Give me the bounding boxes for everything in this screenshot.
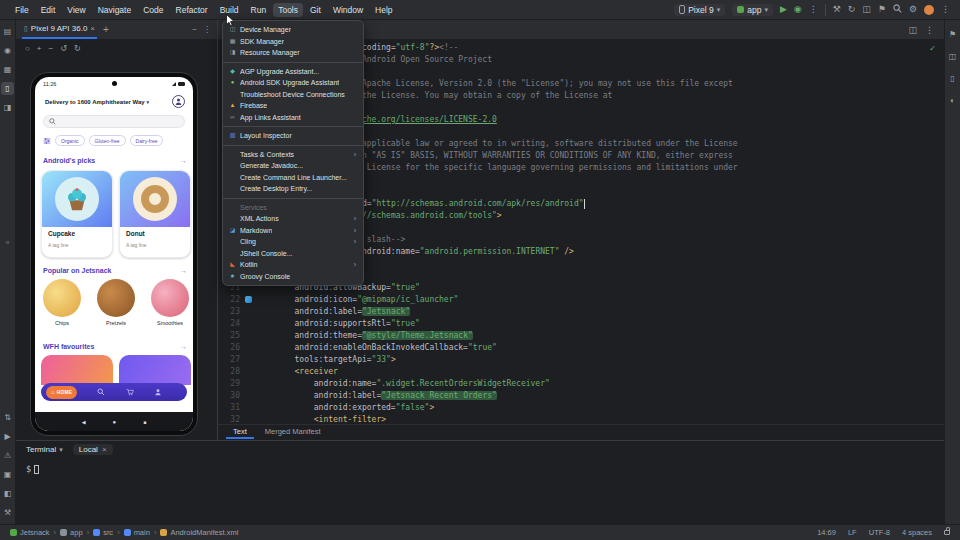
menubar-item-tools[interactable]: Tools <box>273 3 303 17</box>
bookmarks-icon[interactable]: ⚑ <box>878 5 886 14</box>
menu-item-jshell-console[interactable]: JShell Console... <box>223 248 363 260</box>
popular-item-smoothies[interactable]: Smoothies <box>151 279 189 326</box>
menu-item-agp-upgrade-assistant[interactable]: ◆AGP Upgrade Assistant... <box>223 66 363 78</box>
add-device-tab-button[interactable]: + <box>103 24 109 35</box>
menu-item-tasks-contexts[interactable]: Tasks & Contexts› <box>223 149 363 161</box>
device-explorer-tool-icon[interactable]: ◫ <box>946 50 959 63</box>
terminal-tool-icon[interactable]: ▣ <box>1 468 14 481</box>
menubar-item-file[interactable]: File <box>10 3 34 17</box>
menu-item-resource-manager[interactable]: ◨Resource Manager <box>223 47 363 59</box>
popular-item-chips[interactable]: Chips <box>43 279 81 326</box>
filters-icon[interactable] <box>43 137 51 145</box>
commit-tool-icon[interactable]: ◉ <box>1 44 14 57</box>
rotate-left-icon[interactable]: ↺ <box>60 44 67 53</box>
profile-avatar[interactable] <box>172 95 185 108</box>
services-tool-icon[interactable]: ◧ <box>1 487 14 500</box>
inspections-ok-icon[interactable]: ✓ <box>929 44 936 53</box>
close-icon[interactable]: × <box>90 24 95 33</box>
panel-options-icon[interactable]: ⋮ <box>203 25 211 34</box>
menu-item-xml-actions[interactable]: XML Actions› <box>223 213 363 225</box>
readonly-lock-icon[interactable] <box>944 530 950 535</box>
app-insights-tool-icon[interactable]: ◐ <box>946 94 959 107</box>
menu-item-generate-javadoc[interactable]: Generate Javadoc... <box>223 160 363 172</box>
emulator-screen[interactable]: 11:26 Delivery to 1600 Amphitheater Way … <box>35 77 193 431</box>
status-utf-8[interactable]: UTF-8 <box>869 528 890 537</box>
panel-hide-icon[interactable]: − <box>192 25 197 34</box>
breadcrumb-jetsnack[interactable]: Jetsnack <box>10 528 50 537</box>
menubar-item-view[interactable]: View <box>62 3 90 17</box>
resource-manager-tool-icon[interactable]: ◨ <box>1 101 14 114</box>
volume-up-icon[interactable]: + <box>37 44 42 53</box>
nav-home-tab[interactable]: ⌂ HOME <box>46 386 77 399</box>
main-menu-more-icon[interactable]: ⋮ <box>941 5 950 14</box>
editor-view-tab-merged-manifest[interactable]: Merged Manifest <box>258 426 328 439</box>
close-icon[interactable]: × <box>102 445 107 454</box>
menu-item-firebase[interactable]: ▲Firebase <box>223 100 363 112</box>
build-tool-icon[interactable]: ⚒ <box>1 506 14 519</box>
breadcrumb-src[interactable]: src <box>93 528 113 537</box>
profile-tab-icon[interactable] <box>154 388 162 396</box>
menu-item-troubleshoot-device-connections[interactable]: Troubleshoot Device Connections <box>223 89 363 101</box>
arrow-forward-icon[interactable]: → <box>180 267 187 274</box>
arrow-forward-icon[interactable]: → <box>180 157 187 164</box>
menu-item-create-desktop-entry[interactable]: Create Desktop Entry... <box>223 183 363 195</box>
rotate-right-icon[interactable]: ↻ <box>74 44 81 53</box>
emulator-tool-icon[interactable]: ▯ <box>946 72 959 85</box>
sync-project-icon[interactable]: ↻ <box>848 5 856 14</box>
breadcrumb-main[interactable]: main <box>124 528 150 537</box>
search-tab-icon[interactable] <box>97 388 105 396</box>
menubar-item-edit[interactable]: Edit <box>36 3 61 17</box>
filter-chip-organic[interactable]: Organic <box>55 135 85 146</box>
snack-card-donut[interactable]: DonutA tag line <box>119 170 191 258</box>
code-line-22[interactable]: 22 android:icon="@mipmap/ic_launcher" <box>218 294 934 306</box>
editor-view-tab-text[interactable]: Text <box>226 426 254 439</box>
code-line-31[interactable]: 31 android:exported="false"> <box>218 402 934 414</box>
snack-card-cupcake[interactable]: CupcakeA tag line <box>41 170 113 258</box>
status-lf[interactable]: LF <box>848 528 857 537</box>
code-line-32[interactable]: 32 <intent-filter> <box>218 414 934 424</box>
code-line-23[interactable]: 23 android:label="Jetsnack" <box>218 306 934 318</box>
search-everywhere-icon[interactable] <box>893 4 902 15</box>
project-tool-icon[interactable]: ▤ <box>1 25 14 38</box>
structure-tool-icon[interactable]: ▦ <box>1 63 14 76</box>
menubar-item-window[interactable]: Window <box>328 3 368 17</box>
menubar-item-refactor[interactable]: Refactor <box>171 3 213 17</box>
run-config-selector[interactable]: app ▾ <box>732 4 773 16</box>
delivery-address[interactable]: Delivery to 1600 Amphitheater Way ▾ <box>45 99 165 105</box>
run-tool-icon[interactable]: ▶ <box>1 430 14 443</box>
power-icon[interactable]: ○ <box>25 44 30 53</box>
menubar-item-code[interactable]: Code <box>138 3 168 17</box>
code-line-25[interactable]: 25 android:theme="@style/Theme.Jetsnack" <box>218 330 934 342</box>
build-icon[interactable]: ⚒ <box>833 5 841 14</box>
arrow-forward-icon[interactable]: → <box>180 343 187 350</box>
menu-item-sdk-manager[interactable]: ▦SDK Manager <box>223 36 363 48</box>
code-line-24[interactable]: 24 android:supportsRtl="true" <box>218 318 934 330</box>
status-14-69[interactable]: 14:69 <box>817 528 836 537</box>
menu-item-app-links-assistant[interactable]: ∞App Links Assistant <box>223 112 363 124</box>
status-4-spaces[interactable]: 4 spaces <box>902 528 932 537</box>
menubar-item-run[interactable]: Run <box>246 3 272 17</box>
menu-item-groovy-console[interactable]: ★Groovy Console <box>223 271 363 283</box>
menu-item-cling[interactable]: Cling› <box>223 236 363 248</box>
menubar-item-help[interactable]: Help <box>370 3 397 17</box>
code-line-27[interactable]: 27 tools:targetApi="33"> <box>218 354 934 366</box>
code-line-28[interactable]: 28 <receiver <box>218 366 934 378</box>
editor-layout-icon[interactable]: ◫ <box>908 25 917 35</box>
more-tool-windows-icon[interactable]: » <box>5 238 9 247</box>
filter-chip-dairy-free[interactable]: Dairy-free <box>130 135 164 146</box>
device-mirror-icon[interactable]: ◫ <box>862 5 871 14</box>
debug-button[interactable]: ◉ <box>794 5 802 14</box>
settings-gear-icon[interactable]: ⚙ <box>909 5 917 14</box>
breadcrumb-app[interactable]: app <box>60 528 83 537</box>
more-run-actions-icon[interactable]: ⋮ <box>809 5 818 14</box>
filter-chip-gluten-free[interactable]: Gluten-free <box>89 135 126 146</box>
menu-item-kotlin[interactable]: ◣Kotlin› <box>223 259 363 271</box>
wfh-snack-card[interactable] <box>41 355 113 385</box>
menubar-item-navigate[interactable]: Navigate <box>93 3 137 17</box>
popular-item-pretzels[interactable]: Pretzels <box>97 279 135 326</box>
nav-back-button[interactable]: ◀ <box>82 419 86 425</box>
user-avatar[interactable] <box>924 5 934 15</box>
device-tab-pixel-9[interactable]: ▯ Pixel 9 API 36.0 × <box>22 20 97 39</box>
menu-item-create-command-line-launcher[interactable]: Create Command Line Launcher... <box>223 172 363 184</box>
menu-item-layout-inspector[interactable]: ▥Layout Inspector <box>223 130 363 142</box>
